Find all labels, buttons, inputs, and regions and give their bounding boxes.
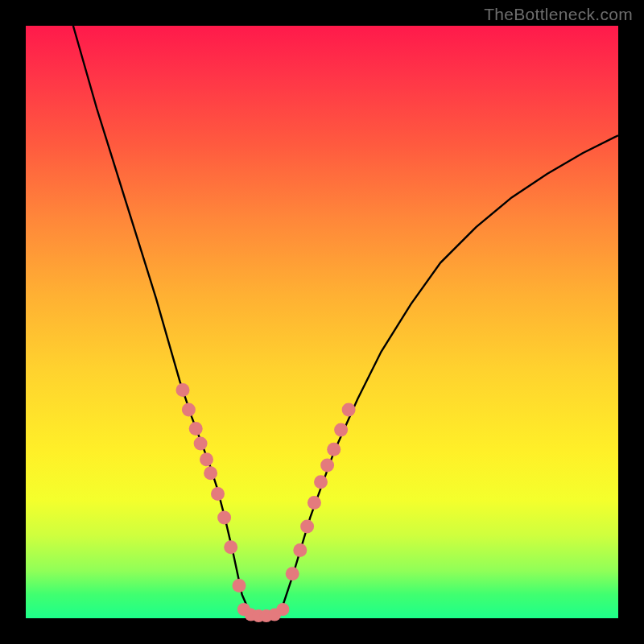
marker-dot	[182, 402, 196, 416]
marker-dot	[314, 475, 328, 489]
marker-dot	[189, 422, 203, 436]
marker-dot	[217, 510, 231, 524]
outer-frame: TheBottleneck.com	[0, 0, 644, 644]
marker-dot	[204, 466, 217, 480]
bottleneck-curve	[73, 26, 618, 615]
marker-dot	[200, 452, 213, 466]
marker-dot	[176, 383, 190, 397]
marker-dot	[276, 603, 289, 616]
marker-dot	[300, 519, 314, 533]
marker-dot	[211, 487, 225, 501]
plot-area	[26, 26, 618, 618]
marker-dot	[308, 496, 321, 510]
marker-dot	[327, 443, 341, 456]
marker-dot	[286, 567, 299, 580]
marker-dot	[320, 459, 334, 473]
marker-dot	[224, 540, 237, 554]
marker-dot	[233, 579, 246, 592]
marker-dot	[293, 543, 307, 557]
marker-dot	[342, 402, 356, 416]
watermark-text: TheBottleneck.com	[484, 5, 633, 24]
chart-svg	[26, 26, 618, 618]
marker-dot	[194, 436, 208, 450]
marker-dot	[334, 423, 348, 437]
data-markers	[176, 383, 356, 622]
